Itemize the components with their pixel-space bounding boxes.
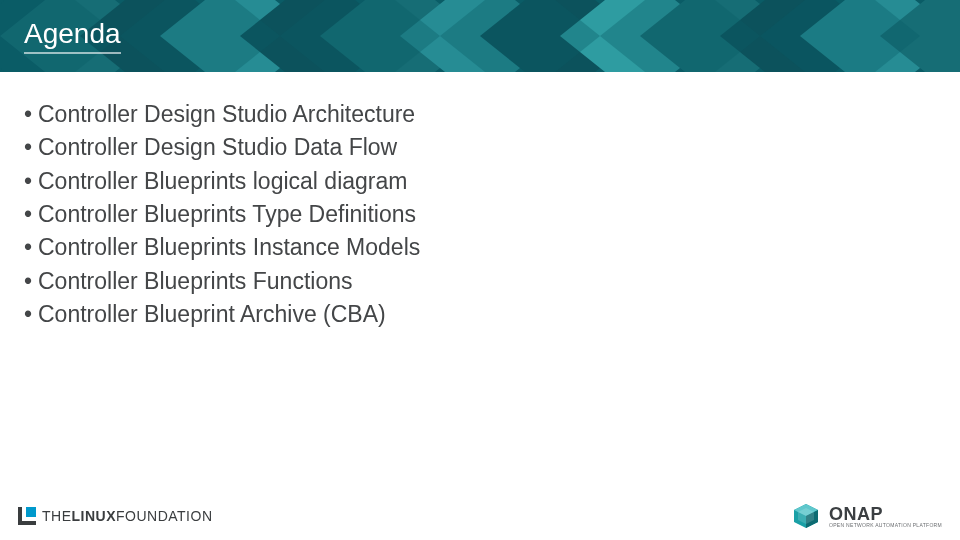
bullet-text: Controller Blueprints logical diagram — [38, 168, 407, 194]
onap-logo: ONAP OPEN NETWORK AUTOMATION PLATFORM — [791, 501, 942, 531]
lf-main: LINUX — [72, 508, 117, 524]
lf-prefix: THE — [42, 508, 72, 524]
onap-main: ONAP — [829, 505, 942, 523]
header-band: Agenda — [0, 0, 960, 72]
lf-suffix: FOUNDATION — [116, 508, 213, 524]
bullet-item: •Controller Blueprints logical diagram — [24, 165, 936, 198]
bullet-item: •Controller Blueprints Functions — [24, 265, 936, 298]
svg-rect-20 — [18, 521, 36, 525]
slide-title: Agenda — [24, 18, 121, 54]
linux-foundation-icon — [18, 507, 36, 525]
bullet-item: •Controller Design Studio Architecture — [24, 98, 936, 131]
bullet-text: Controller Blueprint Archive (CBA) — [38, 301, 386, 327]
bullet-item: •Controller Design Studio Data Flow — [24, 131, 936, 164]
bullet-text: Controller Design Studio Architecture — [38, 101, 415, 127]
onap-sub: OPEN NETWORK AUTOMATION PLATFORM — [829, 523, 942, 528]
bullet-text: Controller Blueprints Functions — [38, 268, 352, 294]
bullet-item: •Controller Blueprints Instance Models — [24, 231, 936, 264]
slide: Agenda •Controller Design Studio Archite… — [0, 0, 960, 540]
onap-text: ONAP OPEN NETWORK AUTOMATION PLATFORM — [829, 505, 942, 528]
bullet-text: Controller Blueprints Instance Models — [38, 234, 420, 260]
bullet-item: •Controller Blueprints Type Definitions — [24, 198, 936, 231]
content-area: •Controller Design Studio Architecture •… — [0, 72, 960, 331]
onap-icon — [791, 501, 821, 531]
footer: THELINUXFOUNDATION ONAP OPEN NETWORK AUT… — [0, 492, 960, 540]
bullet-text: Controller Design Studio Data Flow — [38, 134, 397, 160]
linux-foundation-text: THELINUXFOUNDATION — [42, 508, 213, 524]
title-wrap: Agenda — [0, 0, 960, 72]
linux-foundation-logo: THELINUXFOUNDATION — [18, 507, 213, 525]
bullet-text: Controller Blueprints Type Definitions — [38, 201, 416, 227]
bullet-item: •Controller Blueprint Archive (CBA) — [24, 298, 936, 331]
svg-rect-21 — [26, 507, 36, 517]
